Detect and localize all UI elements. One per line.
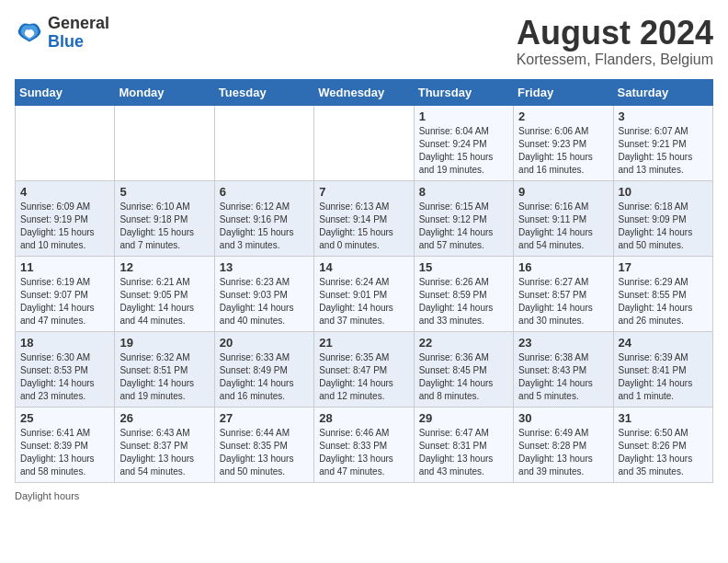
header-row: SundayMondayTuesdayWednesdayThursdayFrid… [16, 79, 713, 105]
day-number: 25 [20, 411, 109, 425]
calendar-cell [115, 105, 214, 180]
day-info: Sunrise: 6:29 AM Sunset: 8:55 PM Dayligh… [619, 276, 708, 327]
calendar-week-row: 25Sunrise: 6:41 AM Sunset: 8:39 PM Dayli… [16, 407, 713, 482]
day-number: 17 [619, 260, 708, 274]
calendar-week-row: 18Sunrise: 6:30 AM Sunset: 8:53 PM Dayli… [16, 331, 713, 407]
day-info: Sunrise: 6:19 AM Sunset: 9:07 PM Dayligh… [20, 276, 109, 327]
day-info: Sunrise: 6:32 AM Sunset: 8:51 PM Dayligh… [119, 351, 209, 403]
calendar-cell: 14Sunrise: 6:24 AM Sunset: 9:01 PM Dayli… [314, 256, 414, 331]
day-info: Sunrise: 6:18 AM Sunset: 9:09 PM Dayligh… [619, 201, 708, 252]
calendar-cell: 6Sunrise: 6:12 AM Sunset: 9:16 PM Daylig… [214, 180, 313, 256]
calendar-cell: 9Sunrise: 6:16 AM Sunset: 9:11 PM Daylig… [514, 180, 613, 256]
day-info: Sunrise: 6:12 AM Sunset: 9:16 PM Dayligh… [220, 201, 309, 252]
calendar-cell: 26Sunrise: 6:43 AM Sunset: 8:37 PM Dayli… [115, 407, 214, 482]
day-number: 10 [619, 185, 708, 199]
day-number: 16 [518, 260, 608, 274]
day-number: 7 [319, 185, 408, 199]
day-of-week-header: Wednesday [314, 79, 414, 105]
day-info: Sunrise: 6:09 AM Sunset: 9:19 PM Dayligh… [20, 201, 109, 252]
day-number: 20 [220, 336, 309, 350]
calendar-cell: 15Sunrise: 6:26 AM Sunset: 8:59 PM Dayli… [414, 256, 513, 331]
day-info: Sunrise: 6:44 AM Sunset: 8:35 PM Dayligh… [220, 427, 309, 478]
day-number: 4 [20, 185, 109, 199]
calendar-cell: 22Sunrise: 6:36 AM Sunset: 8:45 PM Dayli… [414, 331, 513, 407]
day-info: Sunrise: 6:10 AM Sunset: 9:18 PM Dayligh… [119, 201, 209, 252]
page-header: General Blue August 2024 Kortessem, Flan… [15, 15, 713, 68]
logo-icon [15, 18, 44, 48]
day-number: 29 [419, 411, 508, 425]
calendar-week-row: 1Sunrise: 6:04 AM Sunset: 9:24 PM Daylig… [16, 105, 713, 180]
day-number: 12 [119, 260, 209, 274]
day-number: 21 [319, 336, 408, 350]
calendar-cell: 29Sunrise: 6:47 AM Sunset: 8:31 PM Dayli… [414, 407, 513, 482]
calendar-cell: 31Sunrise: 6:50 AM Sunset: 8:26 PM Dayli… [613, 407, 712, 482]
day-info: Sunrise: 6:35 AM Sunset: 8:47 PM Dayligh… [319, 351, 408, 403]
day-info: Sunrise: 6:36 AM Sunset: 8:45 PM Dayligh… [419, 351, 508, 403]
calendar-subtitle: Kortessem, Flanders, Belgium [517, 52, 713, 68]
calendar-cell: 23Sunrise: 6:38 AM Sunset: 8:43 PM Dayli… [514, 331, 613, 407]
day-number: 8 [419, 185, 508, 199]
day-number: 14 [319, 260, 408, 274]
calendar-cell: 13Sunrise: 6:23 AM Sunset: 9:03 PM Dayli… [214, 256, 313, 331]
day-number: 30 [518, 411, 608, 425]
day-of-week-header: Tuesday [214, 79, 313, 105]
title-block: August 2024 Kortessem, Flanders, Belgium [517, 15, 713, 68]
calendar-cell: 16Sunrise: 6:27 AM Sunset: 8:57 PM Dayli… [514, 256, 613, 331]
calendar-cell: 2Sunrise: 6:06 AM Sunset: 9:23 PM Daylig… [514, 105, 613, 180]
calendar-cell: 17Sunrise: 6:29 AM Sunset: 8:55 PM Dayli… [613, 256, 712, 331]
logo: General Blue [15, 15, 109, 52]
footer: Daylight hours [15, 490, 713, 501]
day-info: Sunrise: 6:47 AM Sunset: 8:31 PM Dayligh… [419, 427, 508, 478]
calendar-cell: 24Sunrise: 6:39 AM Sunset: 8:41 PM Dayli… [613, 331, 712, 407]
calendar-cell [214, 105, 313, 180]
day-number: 15 [419, 260, 508, 274]
calendar-cell: 21Sunrise: 6:35 AM Sunset: 8:47 PM Dayli… [314, 331, 414, 407]
day-number: 18 [20, 336, 109, 350]
day-number: 22 [419, 336, 508, 350]
day-number: 24 [619, 336, 708, 350]
calendar-cell: 10Sunrise: 6:18 AM Sunset: 9:09 PM Dayli… [613, 180, 712, 256]
day-number: 13 [220, 260, 309, 274]
day-of-week-header: Sunday [16, 79, 115, 105]
logo-text: General Blue [48, 15, 109, 52]
day-info: Sunrise: 6:24 AM Sunset: 9:01 PM Dayligh… [319, 276, 408, 327]
day-number: 31 [619, 411, 708, 425]
calendar-cell: 12Sunrise: 6:21 AM Sunset: 9:05 PM Dayli… [115, 256, 214, 331]
day-info: Sunrise: 6:07 AM Sunset: 9:21 PM Dayligh… [619, 125, 708, 177]
day-info: Sunrise: 6:27 AM Sunset: 8:57 PM Dayligh… [518, 276, 608, 327]
day-number: 9 [518, 185, 608, 199]
day-info: Sunrise: 6:43 AM Sunset: 8:37 PM Dayligh… [119, 427, 209, 478]
calendar-cell: 1Sunrise: 6:04 AM Sunset: 9:24 PM Daylig… [414, 105, 513, 180]
day-info: Sunrise: 6:04 AM Sunset: 9:24 PM Dayligh… [419, 125, 508, 177]
day-number: 23 [518, 336, 608, 350]
day-info: Sunrise: 6:33 AM Sunset: 8:49 PM Dayligh… [220, 351, 309, 403]
day-of-week-header: Friday [514, 79, 613, 105]
calendar-cell: 18Sunrise: 6:30 AM Sunset: 8:53 PM Dayli… [16, 331, 115, 407]
day-info: Sunrise: 6:23 AM Sunset: 9:03 PM Dayligh… [220, 276, 309, 327]
calendar-cell: 4Sunrise: 6:09 AM Sunset: 9:19 PM Daylig… [16, 180, 115, 256]
calendar-week-row: 11Sunrise: 6:19 AM Sunset: 9:07 PM Dayli… [16, 256, 713, 331]
calendar-title: August 2024 [517, 15, 713, 52]
day-info: Sunrise: 6:39 AM Sunset: 8:41 PM Dayligh… [619, 351, 708, 403]
day-info: Sunrise: 6:13 AM Sunset: 9:14 PM Dayligh… [319, 201, 408, 252]
day-number: 27 [220, 411, 309, 425]
day-info: Sunrise: 6:15 AM Sunset: 9:12 PM Dayligh… [419, 201, 508, 252]
calendar-cell: 3Sunrise: 6:07 AM Sunset: 9:21 PM Daylig… [613, 105, 712, 180]
calendar-cell: 27Sunrise: 6:44 AM Sunset: 8:35 PM Dayli… [214, 407, 313, 482]
day-info: Sunrise: 6:06 AM Sunset: 9:23 PM Dayligh… [518, 125, 608, 177]
calendar-cell: 5Sunrise: 6:10 AM Sunset: 9:18 PM Daylig… [115, 180, 214, 256]
day-info: Sunrise: 6:30 AM Sunset: 8:53 PM Dayligh… [20, 351, 109, 403]
calendar-cell: 8Sunrise: 6:15 AM Sunset: 9:12 PM Daylig… [414, 180, 513, 256]
day-number: 2 [518, 109, 608, 123]
day-of-week-header: Saturday [613, 79, 712, 105]
calendar-week-row: 4Sunrise: 6:09 AM Sunset: 9:19 PM Daylig… [16, 180, 713, 256]
calendar-cell: 19Sunrise: 6:32 AM Sunset: 8:51 PM Dayli… [115, 331, 214, 407]
day-of-week-header: Monday [115, 79, 214, 105]
day-info: Sunrise: 6:49 AM Sunset: 8:28 PM Dayligh… [518, 427, 608, 478]
day-info: Sunrise: 6:38 AM Sunset: 8:43 PM Dayligh… [518, 351, 608, 403]
calendar-cell: 25Sunrise: 6:41 AM Sunset: 8:39 PM Dayli… [16, 407, 115, 482]
calendar-cell: 20Sunrise: 6:33 AM Sunset: 8:49 PM Dayli… [214, 331, 313, 407]
calendar-cell: 28Sunrise: 6:46 AM Sunset: 8:33 PM Dayli… [314, 407, 414, 482]
day-info: Sunrise: 6:16 AM Sunset: 9:11 PM Dayligh… [518, 201, 608, 252]
day-number: 28 [319, 411, 408, 425]
